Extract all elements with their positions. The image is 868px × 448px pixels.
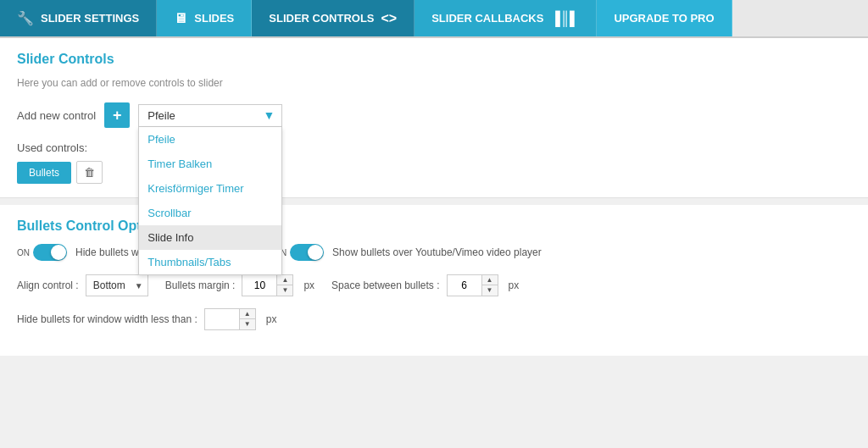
hide-bullets-field: Hide bullets for window width less than …: [17, 308, 276, 330]
dropdown-item-timer-balken[interactable]: Timer Balken: [139, 152, 281, 176]
space-between-down-button[interactable]: ▼: [482, 285, 498, 296]
hide-bullets-up-button[interactable]: ▲: [240, 309, 255, 319]
bullets-margin-unit: px: [303, 279, 314, 291]
align-control-select-wrapper: Top Bottom Left Right ▼: [86, 274, 148, 296]
form-row-2: Hide bullets for window width less than …: [17, 308, 851, 330]
hide-bullets-label: Hide bullets for window width less than …: [17, 313, 198, 325]
bullets-margin-field: Bullets margin : ▲ ▼ px: [165, 274, 314, 296]
toggle-track-2[interactable]: [290, 244, 324, 261]
add-control-button[interactable]: +: [104, 102, 130, 128]
toggle2-label: Show bullets over Youtube/Vimeo video pl…: [332, 246, 542, 258]
space-between-label: Space between bullets :: [331, 279, 439, 291]
space-between-up-button[interactable]: ▲: [482, 275, 498, 285]
add-control-label: Add new control: [17, 109, 96, 122]
dropdown-list: Pfeile Timer Balken Kreisförmiger Timer …: [138, 127, 282, 275]
dropdown-item-kreisformiger-timer[interactable]: Kreisförmiger Timer: [139, 176, 281, 201]
align-control-select[interactable]: Top Bottom Left Right: [86, 274, 148, 296]
bullets-margin-input[interactable]: [242, 275, 276, 296]
tab-upgrade-to-pro[interactable]: UPGRADE TO PRO: [597, 0, 732, 36]
bullets-margin-label: Bullets margin :: [165, 279, 236, 291]
dropdown-item-slide-info[interactable]: Slide Info: [139, 225, 281, 250]
bullets-margin-up-button[interactable]: ▲: [277, 275, 292, 285]
dropdown-selected-value: Pfeile: [147, 109, 175, 122]
control-type-dropdown-wrapper: Pfeile ▼ Pfeile Timer Balken Kreisförmig…: [138, 104, 282, 127]
top-navigation: 🔧 SLIDER SETTINGS 🖥 SLIDES SLIDER CONTRO…: [0, 0, 868, 38]
slider-controls-section: Slider Controls Here you can add or remo…: [0, 38, 868, 198]
slider-controls-title: Slider Controls: [17, 52, 851, 67]
monitor-icon: 🖥: [174, 11, 187, 26]
form-row-1: Align control : Top Bottom Left Right ▼ …: [17, 274, 851, 296]
control-type-dropdown[interactable]: Pfeile ▼: [138, 104, 282, 127]
hide-bullets-spinner-buttons: ▲ ▼: [239, 309, 255, 329]
tab-slider-callbacks-label: SLIDER CALLBACKS: [431, 12, 543, 25]
tab-slider-settings-label: SLIDER SETTINGS: [41, 12, 139, 25]
toggle1-state-label: ON: [17, 248, 30, 257]
dropdown-item-scrollbar[interactable]: Scrollbar: [139, 201, 281, 225]
tab-upgrade-label: UPGRADE TO PRO: [614, 12, 714, 25]
main-content: Slider Controls Here you can add or remo…: [0, 38, 868, 356]
tab-slides-label: SLIDES: [194, 12, 234, 25]
add-control-row: Add new control + Pfeile ▼ Pfeile Timer …: [17, 102, 851, 128]
align-control-label: Align control :: [17, 279, 79, 291]
toggle-item-2: ON Show bullets over Youtube/Vimeo video…: [274, 244, 542, 261]
tab-slides[interactable]: 🖥 SLIDES: [157, 0, 252, 36]
hide-bullets-down-button[interactable]: ▼: [240, 319, 255, 329]
bullets-margin-spinner-buttons: ▲ ▼: [276, 275, 292, 296]
space-between-spinner: ▲ ▼: [447, 274, 498, 296]
toggle-switch-1[interactable]: ON: [17, 244, 67, 261]
code-icon: <>: [381, 11, 398, 26]
space-between-unit: px: [509, 279, 520, 291]
bullets-margin-down-button[interactable]: ▼: [277, 285, 292, 296]
wrench-icon: 🔧: [17, 10, 34, 26]
bullets-button[interactable]: Bullets: [17, 162, 71, 184]
space-between-input[interactable]: [448, 275, 481, 296]
tab-slider-controls[interactable]: SLIDER CONTROLS <>: [252, 0, 415, 36]
toggle-thumb-2: [308, 245, 323, 260]
space-between-spinner-buttons: ▲ ▼: [481, 275, 498, 296]
dropdown-chevron-icon: ▼: [263, 108, 275, 122]
tab-slider-callbacks[interactable]: SLIDER CALLBACKS ▐║▌: [415, 0, 597, 36]
toggle-thumb-1: [51, 245, 66, 260]
tab-slider-settings[interactable]: 🔧 SLIDER SETTINGS: [0, 0, 157, 36]
space-between-field: Space between bullets : ▲ ▼ px: [331, 274, 519, 296]
delete-control-button[interactable]: 🗑: [76, 161, 103, 184]
dropdown-item-thumbnails-tabs[interactable]: Thumbnails/Tabs: [139, 250, 281, 274]
bars-icon: ▐║▌: [550, 11, 579, 26]
dropdown-item-pfeile[interactable]: Pfeile: [139, 127, 281, 152]
bullets-control-options-section: Bullets Control Options ON Hide bullets …: [0, 205, 868, 356]
slider-controls-desc: Here you can add or remove controls to s…: [17, 77, 851, 89]
bullets-margin-spinner: ▲ ▼: [242, 274, 293, 296]
hide-bullets-input[interactable]: [205, 309, 239, 329]
section-divider: [0, 198, 868, 205]
toggle-track-1[interactable]: [33, 244, 67, 261]
hide-bullets-spinner: ▲ ▼: [204, 308, 256, 330]
tab-slider-controls-label: SLIDER CONTROLS: [269, 12, 374, 25]
align-control-field: Align control : Top Bottom Left Right ▼: [17, 274, 148, 296]
trash-icon: 🗑: [84, 166, 95, 179]
hide-bullets-unit: px: [266, 313, 277, 325]
